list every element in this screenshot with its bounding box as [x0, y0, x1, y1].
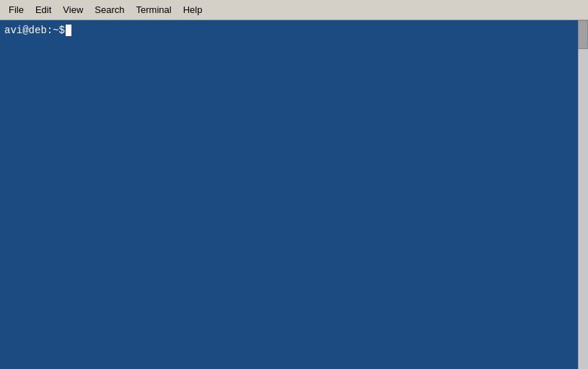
menu-help[interactable]: Help [177, 3, 209, 17]
menu-terminal[interactable]: Terminal [131, 3, 177, 17]
scrollbar-thumb[interactable] [578, 20, 588, 49]
scrollbar-track[interactable] [578, 20, 588, 369]
menu-search[interactable]: Search [89, 3, 130, 17]
menu-file[interactable]: File [3, 3, 30, 17]
menu-edit[interactable]: Edit [30, 3, 57, 17]
terminal-prompt-line: avi@deb:~$ [4, 25, 584, 36]
terminal-cursor [66, 25, 71, 36]
terminal-area[interactable]: avi@deb:~$ [0, 20, 588, 369]
menubar: File Edit View Search Terminal Help [0, 0, 588, 20]
prompt-text: avi@deb:~$ [4, 25, 65, 36]
menu-view[interactable]: View [57, 3, 89, 17]
